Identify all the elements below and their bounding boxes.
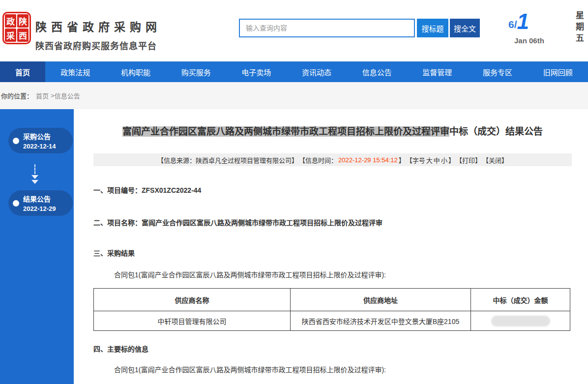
site-subtitle: 陕西省政府购买服务信息平台 (35, 39, 161, 52)
article-meta-bar: 【信息来源：陕西卓凡全过程项目管理有限公司】 【信息时间： 2022-12-29… (93, 153, 572, 166)
nav-item-emall[interactable]: 电子卖场 (226, 61, 287, 82)
logo-char: 采 (5, 29, 16, 42)
search-title-button[interactable]: 搜标题 (417, 19, 448, 37)
nav-item-purchase-service[interactable]: 购买服务 (166, 61, 226, 82)
meta-fontsize-end: 】 (448, 155, 455, 165)
logo-char: 陕 (17, 14, 29, 28)
cell-award-amount (471, 311, 570, 331)
cell-supplier-name: 中轩项目管理有限公司 (94, 311, 291, 331)
table-header-row: 供应商名称 供应商地址 中标（成交）金额 (94, 289, 570, 311)
sidebar-item-result-notice[interactable]: 结果公告 2022-12-29 (8, 190, 73, 216)
col-header-award-amount: 中标（成交）金额 (471, 289, 570, 311)
article-title-highlighted: 富阎产业合作园区富辰八路及两侧城市绿带市政工程项目招标上限价及过程评审 (122, 126, 449, 137)
search-bar: 搜标题 搜全文 (239, 19, 480, 37)
date-month: 6/ (508, 19, 517, 30)
cell-supplier-address: 陕西省西安市经济技术开发区中登文景大厦B座2105 (291, 311, 471, 331)
nav-item-old-site[interactable]: 旧网回顾 (528, 61, 588, 82)
meta-time-label: 【信息时间： (299, 155, 337, 165)
site-header: 政 陕 采 西 陕西省政府采购网 陕西省政府购买服务信息平台 搜标题 搜全文 6… (0, 0, 588, 61)
section-main-subject-info: 四、主要标的信息 (93, 344, 572, 354)
sidebar-item-procurement-notice[interactable]: 采购公告 2022-12-14 (8, 128, 73, 153)
nav-item-service-zone[interactable]: 服务专区 (468, 61, 528, 82)
fontsize-large-button[interactable]: 大 (426, 155, 433, 165)
nav-item-announcements[interactable]: 信息公告 (347, 61, 407, 82)
sidebar-item-date: 2022-12-29 (23, 205, 56, 212)
sidebar-item-label: 采购公告 (23, 131, 56, 141)
col-header-supplier-address: 供应商地址 (291, 289, 471, 311)
section-procurement-result: 三、采购结果 (93, 248, 572, 258)
meta-time-value: 2022-12-29 15:54:12 (338, 156, 398, 164)
fontsize-medium-button[interactable]: 中 (434, 155, 440, 165)
close-button[interactable]: 【关闭】 (482, 155, 508, 165)
article-main: 富阎产业合作园区富辰八路及两侧城市绿带市政工程项目招标上限价及过程评审中标（成交… (74, 109, 588, 384)
result-table: 供应商名称 供应商地址 中标（成交）金额 中轩项目管理有限公司 陕西省西安市经济… (93, 288, 570, 331)
meta-fontsize-label: 【字号 (406, 155, 425, 165)
breadcrumb-separator: > (51, 92, 55, 99)
logo-char: 西 (17, 29, 29, 42)
sidebar-item-date: 2022-12-14 (23, 143, 56, 150)
nav-item-supervision[interactable]: 监督管理 (407, 61, 468, 82)
meta-source: 【信息来源：陕西卓凡全过程项目管理有限公司】 (157, 155, 298, 165)
nav-item-policy[interactable]: 政策法规 (45, 61, 106, 82)
date-day: 1 (517, 11, 529, 32)
breadcrumb: 你的位置： 首页 > 信息公告 (0, 82, 588, 109)
section-project-number: 一、项目编号：ZFSX01ZC2022-44 (93, 185, 572, 195)
site-title: 陕西省政府采购网 (35, 18, 161, 34)
sidebar-item-label: 结果公告 (23, 194, 56, 204)
search-fulltext-button[interactable]: 搜全文 (450, 19, 480, 37)
timeline-arrow-down-icon (31, 164, 38, 184)
meta-time-end: 】 (399, 155, 405, 165)
date-widget: 6/ 1 Jan 06th 星期五 (508, 11, 587, 45)
fontsize-small-button[interactable]: 小 (441, 155, 447, 165)
contract-package-line: 合同包1(富阎产业合作园区富辰八路及两侧城市绿带市政工程项目招标上限价及过程评审… (93, 269, 572, 279)
col-header-supplier-name: 供应商名称 (94, 289, 291, 311)
bullet-dot-icon (13, 200, 19, 207)
article-title: 富阎产业合作园区富辰八路及两侧城市绿带市政工程项目招标上限价及过程评审中标（成交… (93, 125, 572, 139)
article-title-rest: 中标（成交）结果公告 (449, 126, 543, 137)
contract-package-line: 合同包1(富阎产业合作园区富辰八路及两侧城市绿带市政工程项目招标上限价及过程评审… (93, 364, 572, 374)
nav-item-home[interactable]: 首页 (0, 61, 45, 82)
timeline-sidebar: 采购公告 2022-12-14 结果公告 2022-12-29 (0, 109, 74, 384)
table-row: 中轩项目管理有限公司 陕西省西安市经济技术开发区中登文景大厦B座2105 (94, 311, 570, 331)
section-project-name: 二、项目名称：富阎产业合作园区富辰八路及两侧城市绿带市政工程项目招标上限价及过程… (93, 217, 572, 227)
main-nav: 首页 政策法规 机构职能 购买服务 电子卖场 资讯动态 信息公告 监督管理 服务… (0, 61, 588, 82)
breadcrumb-home-link[interactable]: 首页 (36, 91, 49, 100)
weekday-label: 星期五 (573, 11, 585, 45)
search-input[interactable] (239, 19, 415, 37)
print-button[interactable]: 【打印】 (456, 155, 481, 165)
site-logo-seal-icon: 政 陕 采 西 (2, 12, 31, 44)
nav-item-news[interactable]: 资讯动态 (287, 61, 347, 82)
breadcrumb-prefix: 你的位置： (1, 91, 33, 100)
bullet-dot-icon (13, 138, 19, 144)
logo-char: 政 (5, 14, 16, 28)
breadcrumb-current: 信息公告 (55, 91, 80, 100)
redacted-amount-blur (491, 316, 550, 326)
nav-item-functions[interactable]: 机构职能 (106, 61, 166, 82)
